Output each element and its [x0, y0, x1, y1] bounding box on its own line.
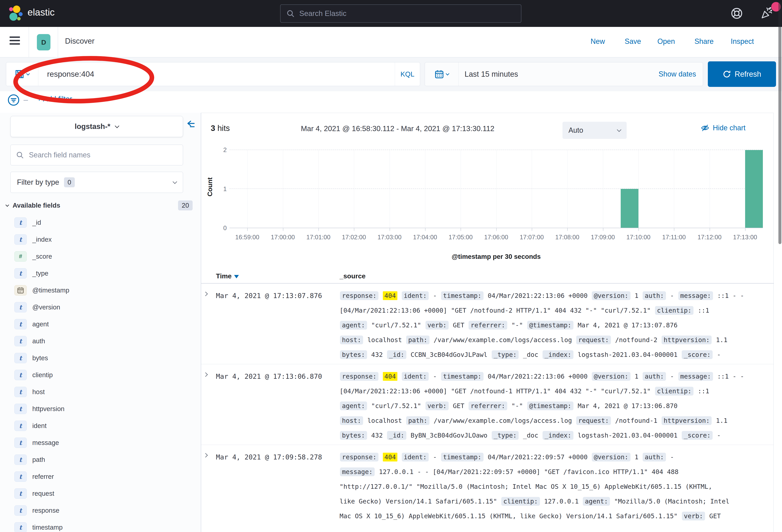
news-party-popper-icon[interactable] — [760, 7, 773, 20]
field-pill[interactable]: agent: — [583, 497, 610, 506]
field-pill[interactable]: timestamp: — [441, 291, 484, 300]
share-button[interactable]: Share — [695, 37, 714, 46]
field-pill[interactable]: timestamp: — [441, 453, 484, 461]
field-item-agent[interactable]: tagent — [6, 316, 192, 333]
field-pill[interactable]: bytes: — [340, 431, 367, 440]
field-pill[interactable]: ident: — [402, 372, 429, 381]
field-pill[interactable]: ident: — [402, 291, 429, 300]
field-pill[interactable]: agent: — [340, 321, 367, 330]
field-item-bytes[interactable]: tbytes — [6, 349, 192, 367]
field-item-@timestamp[interactable]: @timestamp — [6, 282, 192, 299]
field-pill[interactable]: auth: — [643, 453, 666, 461]
field-pill[interactable]: clientip: — [655, 387, 694, 395]
date-picker-menu-button[interactable] — [425, 70, 458, 79]
field-pill[interactable]: verb: — [426, 321, 449, 330]
field-pill[interactable]: message: — [340, 467, 375, 476]
field-pill[interactable]: path: — [406, 416, 429, 425]
query-input[interactable] — [38, 70, 395, 78]
field-pill[interactable]: message: — [678, 291, 713, 300]
field-pill[interactable]: verb: — [682, 512, 705, 521]
collapse-sidebar-icon[interactable] — [185, 118, 197, 129]
field-pill[interactable]: httpversion: — [662, 416, 712, 425]
field-pill[interactable]: @timestamp: — [527, 321, 573, 330]
field-pill[interactable]: _type: — [492, 431, 519, 440]
field-item-httpversion[interactable]: thttpversion — [6, 400, 192, 417]
filter-icon[interactable] — [7, 93, 20, 106]
field-pill[interactable]: request: — [576, 416, 611, 425]
save-button[interactable]: Save — [625, 37, 641, 46]
field-pill[interactable]: @version: — [592, 453, 630, 461]
field-pill[interactable]: referrer: — [469, 321, 507, 330]
interval-select[interactable]: Auto — [563, 122, 627, 139]
field-item-_index[interactable]: t_index — [6, 231, 192, 248]
query-language-button[interactable]: KQL — [395, 70, 420, 78]
chart-plot[interactable] — [229, 150, 763, 228]
histogram-bar[interactable] — [621, 189, 638, 228]
scrollbar-thumb[interactable] — [778, 2, 781, 244]
field-pill[interactable]: clientip: — [501, 497, 540, 506]
field-item-ident[interactable]: tident — [6, 417, 192, 434]
show-dates-button[interactable]: Show dates — [659, 70, 696, 78]
field-pill[interactable]: _score: — [682, 431, 713, 440]
field-pill[interactable]: auth: — [643, 372, 666, 381]
field-item-host[interactable]: thost — [6, 383, 192, 400]
field-pill[interactable]: @timestamp: — [527, 402, 573, 410]
help-icon[interactable] — [730, 7, 743, 20]
field-search-box[interactable] — [10, 145, 183, 165]
global-search-input[interactable] — [299, 9, 516, 18]
elastic-logo-icon[interactable] — [6, 4, 24, 23]
field-pill[interactable]: referrer: — [469, 402, 507, 410]
field-pill[interactable]: @version: — [592, 372, 630, 381]
field-pill[interactable]: _score: — [682, 350, 713, 359]
field-pill[interactable]: _id: — [387, 431, 406, 440]
expand-row-button[interactable] — [204, 450, 216, 458]
refresh-button[interactable]: Refresh — [708, 61, 776, 87]
expand-row-button[interactable] — [204, 369, 216, 377]
field-item-_type[interactable]: t_type — [6, 265, 192, 282]
inspect-button[interactable]: Inspect — [731, 37, 754, 46]
time-range-value[interactable]: Last 15 minutes — [465, 70, 518, 78]
field-item-path[interactable]: tpath — [6, 451, 192, 468]
field-item-_id[interactable]: t_id — [6, 214, 192, 231]
add-filter-button[interactable]: + Add filter — [37, 95, 72, 103]
field-pill[interactable]: _index: — [542, 431, 573, 440]
available-fields-header[interactable]: Available fields 20 — [6, 200, 192, 211]
field-pill[interactable]: ident: — [402, 453, 429, 461]
field-pill[interactable]: @version: — [592, 291, 630, 300]
field-pill[interactable]: path: — [406, 336, 429, 344]
expand-row-button[interactable] — [204, 288, 216, 296]
field-item-response[interactable]: tresponse — [6, 502, 192, 519]
field-search-input[interactable] — [29, 151, 178, 159]
field-item-referrer[interactable]: treferrer — [6, 468, 192, 485]
field-pill[interactable]: clientip: — [655, 306, 694, 315]
discover-app-badge[interactable]: D — [37, 34, 50, 50]
open-button[interactable]: Open — [657, 37, 675, 46]
field-pill[interactable]: _index: — [542, 350, 573, 359]
index-pattern-select[interactable]: logstash-* — [10, 116, 183, 137]
field-item-clientip[interactable]: tclientip — [6, 367, 192, 383]
field-pill[interactable]: bytes: — [340, 350, 367, 359]
field-item-request[interactable]: trequest — [6, 485, 192, 502]
field-pill[interactable]: host: — [340, 336, 363, 344]
field-pill[interactable]: timestamp: — [441, 372, 484, 381]
field-item-_score[interactable]: #_score — [6, 248, 192, 265]
field-pill[interactable]: response: — [340, 453, 379, 461]
field-item-timestamp[interactable]: ttimestamp — [6, 519, 192, 532]
field-pill[interactable]: _type: — [492, 350, 519, 359]
filter-by-type-select[interactable]: Filter by type 0 — [10, 172, 183, 193]
field-pill[interactable]: host: — [340, 416, 363, 425]
field-pill[interactable]: verb: — [426, 402, 449, 410]
global-search-box[interactable] — [280, 4, 522, 23]
saved-query-menu-button[interactable] — [6, 70, 38, 78]
field-pill[interactable]: httpversion: — [662, 336, 712, 344]
field-pill[interactable]: message: — [678, 372, 713, 381]
new-button[interactable]: New — [591, 37, 605, 46]
field-pill[interactable]: response: — [340, 372, 379, 381]
menu-icon[interactable] — [9, 36, 21, 48]
field-item-@version[interactable]: t@version — [6, 299, 192, 316]
field-pill[interactable]: agent: — [340, 402, 367, 410]
time-column-header[interactable]: Time — [216, 272, 340, 280]
field-pill[interactable]: auth: — [643, 291, 666, 300]
histogram-bar[interactable] — [745, 150, 763, 228]
hide-chart-button[interactable]: Hide chart — [701, 123, 746, 132]
